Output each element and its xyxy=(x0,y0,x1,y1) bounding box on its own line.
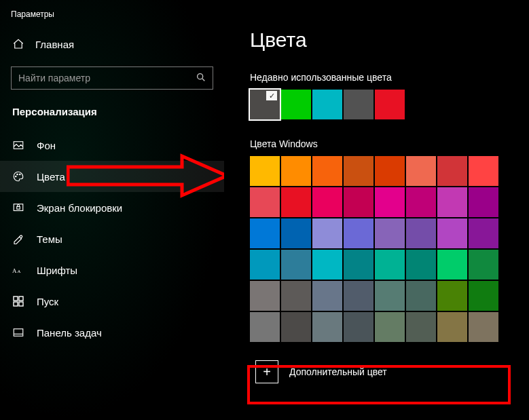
recent-color-swatch[interactable] xyxy=(312,90,342,119)
color-swatch[interactable] xyxy=(375,281,405,311)
color-swatch[interactable] xyxy=(406,187,436,217)
section-title: Персонализация xyxy=(0,102,224,130)
recent-color-swatch[interactable] xyxy=(344,90,373,119)
color-swatch[interactable] xyxy=(437,187,467,217)
color-swatch[interactable] xyxy=(406,156,436,186)
color-swatch[interactable] xyxy=(375,218,405,248)
color-swatch[interactable] xyxy=(250,156,280,186)
recent-color-swatch[interactable] xyxy=(281,90,311,119)
windows-colors-label: Цвета Windows xyxy=(224,138,529,149)
sidebar-item-label: Пуск xyxy=(37,296,58,307)
color-swatch[interactable] xyxy=(375,312,405,342)
color-swatch[interactable] xyxy=(406,250,436,280)
color-swatch[interactable] xyxy=(250,281,280,311)
color-swatch[interactable] xyxy=(250,218,280,248)
sidebar-item-label: Экран блокировки xyxy=(37,202,122,214)
color-swatch[interactable] xyxy=(312,218,342,248)
sidebar-item-taskbar[interactable]: Панель задач xyxy=(0,317,224,348)
color-swatch[interactable] xyxy=(281,281,311,311)
color-swatch[interactable] xyxy=(437,312,467,342)
color-swatch[interactable] xyxy=(469,156,498,186)
sidebar-item-themes[interactable]: Темы xyxy=(0,223,224,254)
svg-rect-11 xyxy=(14,302,18,306)
color-swatch[interactable] xyxy=(312,187,342,217)
color-swatch[interactable] xyxy=(469,250,498,280)
custom-color-label: Дополнительный цвет xyxy=(289,366,387,377)
custom-color-button[interactable]: + Дополнительный цвет xyxy=(250,356,529,388)
color-swatch[interactable] xyxy=(469,218,498,248)
sidebar: Параметры Главная Персонализация Фон xyxy=(0,0,224,420)
home-button[interactable]: Главная xyxy=(0,31,224,57)
sidebar-item-label: Цвета xyxy=(37,171,65,183)
svg-rect-6 xyxy=(17,207,20,210)
background-icon xyxy=(12,139,24,151)
search-input[interactable] xyxy=(11,66,213,90)
color-swatch[interactable] xyxy=(250,250,280,280)
color-swatch[interactable] xyxy=(312,250,342,280)
color-swatch[interactable] xyxy=(344,156,373,186)
colors-icon xyxy=(12,170,24,183)
svg-rect-13 xyxy=(14,329,23,337)
windows-colors-grid xyxy=(224,156,529,342)
svg-point-0 xyxy=(198,74,203,79)
color-swatch[interactable] xyxy=(344,312,373,342)
color-swatch[interactable] xyxy=(250,187,280,217)
color-swatch[interactable] xyxy=(344,250,373,280)
recent-colors-label: Недавно использованные цвета xyxy=(224,72,529,83)
color-swatch[interactable] xyxy=(281,187,311,217)
color-swatch[interactable] xyxy=(344,281,373,311)
color-swatch[interactable] xyxy=(375,187,405,217)
sidebar-item-fonts[interactable]: AA Шрифты xyxy=(0,254,224,286)
color-swatch[interactable] xyxy=(281,218,311,248)
sidebar-item-label: Фон xyxy=(37,140,56,151)
color-swatch[interactable] xyxy=(437,218,467,248)
sidebar-item-label: Панель задач xyxy=(37,327,102,339)
svg-rect-12 xyxy=(19,302,23,306)
color-swatch[interactable] xyxy=(281,156,311,186)
color-swatch[interactable] xyxy=(250,312,280,342)
fonts-icon: AA xyxy=(12,264,24,276)
color-swatch[interactable] xyxy=(344,187,373,217)
color-swatch[interactable] xyxy=(375,250,405,280)
sidebar-item-label: Шрифты xyxy=(37,265,77,276)
color-swatch[interactable] xyxy=(469,187,498,217)
color-swatch[interactable] xyxy=(406,281,436,311)
nav-list: Фон Цвета Экран блокировки Темы xyxy=(0,130,224,348)
color-swatch[interactable] xyxy=(469,312,498,342)
search-icon xyxy=(196,72,206,83)
color-swatch[interactable] xyxy=(312,312,342,342)
svg-rect-10 xyxy=(19,297,23,301)
svg-point-4 xyxy=(20,174,21,175)
color-swatch[interactable] xyxy=(375,156,405,186)
color-swatch[interactable] xyxy=(406,312,436,342)
sidebar-item-colors[interactable]: Цвета xyxy=(0,161,224,192)
plus-icon: + xyxy=(255,360,278,383)
color-swatch[interactable] xyxy=(281,250,311,280)
svg-rect-9 xyxy=(14,297,18,301)
color-swatch[interactable] xyxy=(312,281,342,311)
recent-color-swatch[interactable] xyxy=(375,90,405,119)
home-icon xyxy=(12,38,24,50)
main-content: Цвета Недавно использованные цвета ✓ Цве… xyxy=(224,0,529,420)
color-swatch[interactable] xyxy=(312,156,342,186)
sidebar-item-background[interactable]: Фон xyxy=(0,130,224,161)
svg-text:A: A xyxy=(18,269,21,273)
svg-point-3 xyxy=(17,174,18,175)
color-swatch[interactable] xyxy=(437,250,467,280)
page-title: Цвета xyxy=(224,28,529,52)
svg-point-2 xyxy=(16,176,17,177)
color-swatch[interactable] xyxy=(469,281,498,311)
sidebar-item-lockscreen[interactable]: Экран блокировки xyxy=(0,192,224,223)
themes-icon xyxy=(12,233,24,245)
color-swatch[interactable] xyxy=(437,281,467,311)
sidebar-item-start[interactable]: Пуск xyxy=(0,286,224,317)
color-swatch[interactable] xyxy=(281,312,311,342)
color-swatch[interactable] xyxy=(437,156,467,186)
svg-rect-5 xyxy=(14,204,23,211)
recent-color-swatch[interactable]: ✓ xyxy=(250,90,280,119)
recent-colors-row: ✓ xyxy=(224,90,529,119)
color-swatch[interactable] xyxy=(406,218,436,248)
taskbar-icon xyxy=(12,326,24,339)
color-swatch[interactable] xyxy=(344,218,373,248)
sidebar-item-label: Темы xyxy=(37,233,62,245)
